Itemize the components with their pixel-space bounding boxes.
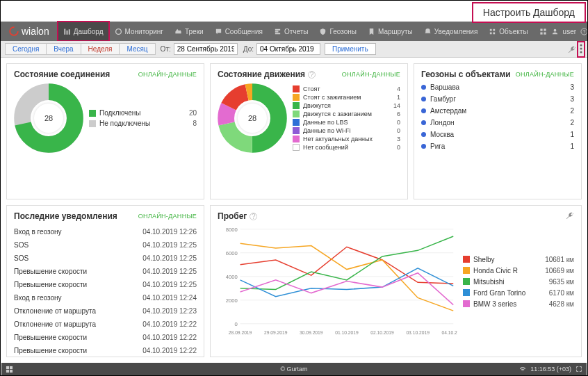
- nav-отчеты[interactable]: Отчеты: [268, 22, 314, 41]
- username[interactable]: user: [563, 28, 576, 35]
- swatch-icon: [293, 136, 300, 142]
- dot-icon: [421, 120, 426, 125]
- notif-label: Вход в геозону: [14, 294, 62, 302]
- card-notifications: Последние уведомления ОНЛАЙН-ДАННЫЕ Вход…: [6, 205, 204, 357]
- help-icon[interactable]: ?: [580, 28, 588, 35]
- help-icon[interactable]: ?: [250, 213, 257, 220]
- notif-time: 04.10.2019 12:25: [142, 281, 197, 288]
- settings-icon[interactable]: [566, 211, 574, 221]
- svg-rect-3: [540, 32, 542, 34]
- dot-icon: [421, 144, 426, 149]
- notification-row[interactable]: Превышение скорости04.10.2019 12:25: [14, 265, 197, 278]
- svg-text:8000: 8000: [226, 227, 238, 233]
- nav-маршруты[interactable]: Маршруты: [362, 22, 418, 41]
- from-label: От:: [161, 45, 171, 53]
- legend-value: 0: [397, 127, 400, 134]
- user-icon[interactable]: [551, 28, 559, 35]
- series-value: 9635 км: [549, 278, 574, 286]
- legend-label: Движутся с зажиганием: [303, 111, 372, 117]
- nav-icon: [489, 28, 496, 35]
- svg-text:03.10.2019: 03.10.2019: [406, 330, 430, 335]
- series-row: BMW 3 series4628 км: [463, 300, 574, 308]
- svg-rect-35: [6, 366, 9, 368]
- nav-уведомления[interactable]: Уведомления: [418, 22, 484, 41]
- wrench-icon[interactable]: [568, 45, 576, 54]
- dot-icon: [421, 97, 426, 101]
- series-row: Honda Civic R10669 км: [463, 267, 574, 275]
- notification-row[interactable]: SOS04.10.2019 12:25: [14, 252, 197, 265]
- geo-label: Лондон: [430, 119, 455, 126]
- series-label: Shelby: [473, 256, 495, 263]
- svg-text:29.09.2019: 29.09.2019: [264, 330, 288, 335]
- fullscreen-icon[interactable]: [575, 366, 582, 373]
- geo-label: Москва: [430, 131, 454, 138]
- brand-icon: [9, 26, 19, 36]
- notification-row[interactable]: SOS04.10.2019 12:25: [14, 238, 197, 252]
- geo-row[interactable]: Амстердам2: [421, 107, 574, 115]
- nav-геозоны[interactable]: Геозоны: [313, 22, 362, 41]
- nav-сообщения[interactable]: Сообщения: [209, 22, 268, 41]
- nav-дашборд[interactable]: Дашборд: [58, 22, 109, 41]
- notification-row[interactable]: Вход в геозону04.10.2019 12:24: [14, 291, 197, 304]
- geo-label: Амстердам: [430, 107, 466, 115]
- geo-row[interactable]: Лондон2: [421, 119, 574, 126]
- series-label: Honda Civic R: [473, 267, 518, 275]
- notification-row[interactable]: Превышение скорости04.10.2019 12:22: [14, 331, 197, 344]
- grid-icon[interactable]: [6, 366, 13, 373]
- dot-icon: [421, 132, 426, 137]
- geo-row[interactable]: Рига1: [421, 142, 574, 150]
- notif-time: 04.10.2019 12:26: [142, 228, 197, 236]
- geo-row[interactable]: Москва1: [421, 131, 574, 138]
- geo-row[interactable]: Варшава3: [421, 83, 574, 91]
- nav-мониторинг[interactable]: Мониторинг: [109, 22, 169, 41]
- notification-row[interactable]: Превышение скорости04.10.2019 12:25: [14, 278, 197, 291]
- nav-icon: [319, 28, 327, 35]
- swatch-icon: [463, 278, 470, 285]
- help-icon[interactable]: ?: [308, 71, 316, 79]
- svg-text:2000: 2000: [226, 297, 238, 304]
- filter-bar: Сегодня Вчера Неделя Месяц От: До: Приме…: [1, 41, 587, 58]
- notif-time: 04.10.2019 12:25: [142, 268, 197, 275]
- notification-row[interactable]: Вход в геозону04.10.2019 12:26: [14, 225, 197, 238]
- online-tag: ОНЛАЙН-ДАННЫЕ: [138, 213, 197, 220]
- legend-row: Подключены20: [89, 109, 197, 117]
- date-to-input[interactable]: [256, 43, 320, 55]
- dashboard-settings-button[interactable]: [579, 43, 583, 56]
- tab-yesterday[interactable]: Вчера: [46, 43, 81, 55]
- legend-label: Не подключены: [99, 120, 150, 127]
- notification-row[interactable]: Отклонение от маршрута04.10.2019 12:22: [14, 318, 197, 331]
- tab-month[interactable]: Месяц: [119, 43, 155, 55]
- notif-time: 04.10.2019 12:25: [142, 241, 197, 249]
- svg-text:4000: 4000: [226, 274, 238, 280]
- swatch-icon: [293, 144, 300, 151]
- brand-logo: wialon: [1, 26, 58, 37]
- geo-value: 1: [570, 142, 574, 150]
- swatch-icon: [293, 119, 300, 126]
- apply-button[interactable]: Применить: [325, 43, 376, 55]
- nav-треки[interactable]: Треки: [169, 22, 209, 41]
- apps-icon[interactable]: [539, 28, 547, 35]
- geo-row[interactable]: Гамбург3: [421, 95, 574, 103]
- nav-объекты[interactable]: Объекты: [483, 22, 533, 41]
- legend-label: Стоят: [303, 85, 320, 92]
- notification-row[interactable]: Отклонение от маршрута04.10.2019 12:23: [14, 304, 197, 318]
- geo-value: 2: [570, 107, 574, 115]
- notification-row[interactable]: Превышение скорости04.10.2019 12:22: [14, 344, 197, 357]
- geo-label: Рига: [430, 142, 445, 150]
- geo-value: 2: [570, 119, 574, 126]
- nav-label: Дашборд: [74, 28, 104, 35]
- svg-point-9: [580, 48, 582, 50]
- tab-today[interactable]: Сегодня: [5, 43, 47, 55]
- nav-icon: [174, 28, 182, 35]
- legend-value: 0: [397, 144, 400, 151]
- legend-row: Стоят4: [293, 85, 400, 92]
- nav-label: Уведомления: [434, 28, 478, 35]
- date-from-input[interactable]: [174, 43, 238, 55]
- legend-label: Нет сообщений: [303, 144, 348, 151]
- footer-time: 11:16:53 (+03): [530, 366, 571, 373]
- legend-value: 3: [397, 136, 400, 142]
- swatch-icon: [89, 120, 96, 127]
- nav-icon: [115, 28, 122, 35]
- card-title: Состояние соединения: [14, 70, 110, 79]
- tab-week[interactable]: Неделя: [81, 43, 120, 55]
